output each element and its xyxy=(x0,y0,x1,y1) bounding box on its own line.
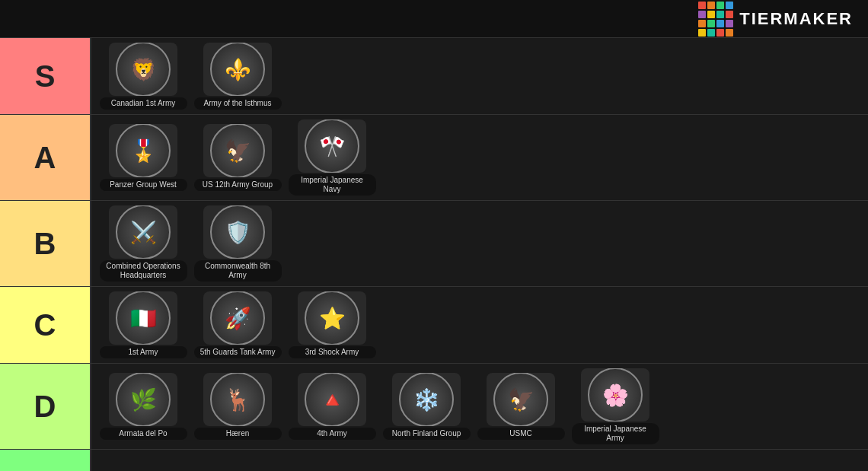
tier-item[interactable]: 🇮🇹1st Army xyxy=(97,291,189,358)
tier-item-label: Combined Operations Headquarters xyxy=(100,260,187,282)
tier-item-label: US 12th Army Group xyxy=(194,179,282,191)
tier-label-c: C xyxy=(0,287,91,363)
tier-item-label: 3rd Shock Army xyxy=(289,346,376,358)
tier-item-badge: 🦌 xyxy=(203,373,272,426)
tier-item-badge: 🌸 xyxy=(581,368,649,422)
tier-label-b: B xyxy=(0,201,91,286)
badge-icon: 🦅 xyxy=(493,373,548,426)
tier-content-e xyxy=(91,450,868,471)
tier-item[interactable]: 🦁Canadian 1st Army xyxy=(97,43,189,110)
badge-icon: ⭐ xyxy=(305,291,359,345)
tier-item-label: 4th Army xyxy=(289,428,376,440)
tier-item-label: USMC xyxy=(477,428,565,440)
tier-content-d: 🌿Armata del Po🦌Hæren🔺4th Army❄️North Fin… xyxy=(91,364,868,449)
tier-item-label: Panzer Group West xyxy=(100,179,187,191)
tier-item-label: Imperial Japanese Navy xyxy=(289,174,376,196)
tier-item-badge: 🦅 xyxy=(487,373,555,426)
tier-item-label: Hæren xyxy=(194,428,282,440)
badge-icon: 🇮🇹 xyxy=(116,291,171,345)
badge-icon: 🎖️ xyxy=(116,124,171,177)
tier-item[interactable]: 🌸Imperial Japanese Army xyxy=(570,368,661,444)
badge-icon: 🦅 xyxy=(210,124,265,177)
tiermaker-logo: TiERMAKER xyxy=(698,2,853,37)
tier-content-a: 🎖️Panzer Group West🦅US 12th Army Group🎌I… xyxy=(91,115,868,200)
tier-row-s: S🦁Canadian 1st Army⚜️Army of the Isthmus xyxy=(0,38,868,115)
badge-icon: 🔺 xyxy=(305,373,359,426)
tier-item-badge: ⚜️ xyxy=(203,43,272,96)
badge-icon: 🌿 xyxy=(116,373,171,426)
tier-item-label: 5th Guards Tank Army xyxy=(194,346,282,358)
tier-item[interactable]: 🌿Armata del Po xyxy=(97,373,189,440)
badge-icon: 🎌 xyxy=(305,119,359,173)
tier-item[interactable]: 🔺4th Army xyxy=(286,373,378,440)
tier-item[interactable]: 🦌Hæren xyxy=(192,373,283,440)
tier-item-label: Army of the Isthmus xyxy=(194,97,282,110)
tier-content-s: 🦁Canadian 1st Army⚜️Army of the Isthmus xyxy=(91,38,868,114)
tier-item-badge: 🇮🇹 xyxy=(109,291,177,345)
tier-item-badge: 🌿 xyxy=(109,373,177,426)
tier-item-badge: 🛡️ xyxy=(203,205,272,259)
tier-label-d: D xyxy=(0,364,91,449)
tier-item-badge: ⭐ xyxy=(298,291,366,345)
tier-item[interactable]: 🚀5th Guards Tank Army xyxy=(192,291,283,358)
tier-item[interactable]: 🦅US 12th Army Group xyxy=(192,124,283,191)
badge-icon: 🚀 xyxy=(210,291,265,345)
tier-item-badge: 🚀 xyxy=(203,291,272,345)
tier-item-badge: 🎌 xyxy=(298,119,366,173)
tier-table: S🦁Canadian 1st Army⚜️Army of the Isthmus… xyxy=(0,38,868,471)
tier-item[interactable]: ⚔️Combined Operations Headquarters xyxy=(97,205,189,282)
tier-item[interactable]: 🛡️Commonwealth 8th Army xyxy=(192,205,283,282)
tier-item[interactable]: 🎖️Panzer Group West xyxy=(97,124,189,191)
badge-icon: 🌸 xyxy=(588,368,643,422)
tier-item-label: Armata del Po xyxy=(100,428,187,440)
tier-item-label: North Finland Group xyxy=(383,428,471,440)
tier-item-badge: 🦅 xyxy=(203,124,272,177)
tier-item-label: Imperial Japanese Army xyxy=(572,423,659,444)
logo-text: TiERMAKER xyxy=(739,9,853,29)
logo-grid xyxy=(698,2,733,37)
tier-row-d: D🌿Armata del Po🦌Hæren🔺4th Army❄️North Fi… xyxy=(0,364,868,450)
header: TiERMAKER xyxy=(0,0,868,38)
tier-row-a: A🎖️Panzer Group West🦅US 12th Army Group🎌… xyxy=(0,115,868,201)
tier-label-a: A xyxy=(0,115,91,200)
badge-icon: 🛡️ xyxy=(210,205,265,259)
badge-icon: 🦁 xyxy=(116,43,171,96)
tier-row-b: B⚔️Combined Operations Headquarters🛡️Com… xyxy=(0,201,868,287)
tier-row-c: C🇮🇹1st Army🚀5th Guards Tank Army⭐3rd Sho… xyxy=(0,287,868,364)
badge-icon: ⚜️ xyxy=(210,43,265,96)
tier-item-badge: ❄️ xyxy=(392,373,461,426)
badge-icon: ❄️ xyxy=(399,373,454,426)
tier-item-label: Commonwealth 8th Army xyxy=(194,260,282,282)
tier-item[interactable]: 🦅USMC xyxy=(475,373,566,440)
tier-item-label: 1st Army xyxy=(100,346,187,358)
tier-label-e: E xyxy=(0,450,91,471)
tier-item[interactable]: 🎌Imperial Japanese Navy xyxy=(286,119,378,196)
tier-item-label: Canadian 1st Army xyxy=(100,97,187,110)
tier-item-badge: 🦁 xyxy=(109,43,177,96)
badge-icon: ⚔️ xyxy=(116,205,171,259)
badge-icon: 🦌 xyxy=(210,373,265,426)
tier-content-c: 🇮🇹1st Army🚀5th Guards Tank Army⭐3rd Shoc… xyxy=(91,287,868,363)
tier-label-s: S xyxy=(0,38,91,114)
tier-item[interactable]: ⭐3rd Shock Army xyxy=(286,291,378,358)
tier-item-badge: 🔺 xyxy=(298,373,366,426)
tier-item[interactable]: ⚜️Army of the Isthmus xyxy=(192,43,283,110)
tier-item-badge: ⚔️ xyxy=(109,205,177,259)
tier-item-badge: 🎖️ xyxy=(109,124,177,177)
tier-item[interactable]: ❄️North Finland Group xyxy=(381,373,472,440)
tier-row-e: E xyxy=(0,450,868,471)
tier-content-b: ⚔️Combined Operations Headquarters🛡️Comm… xyxy=(91,201,868,286)
